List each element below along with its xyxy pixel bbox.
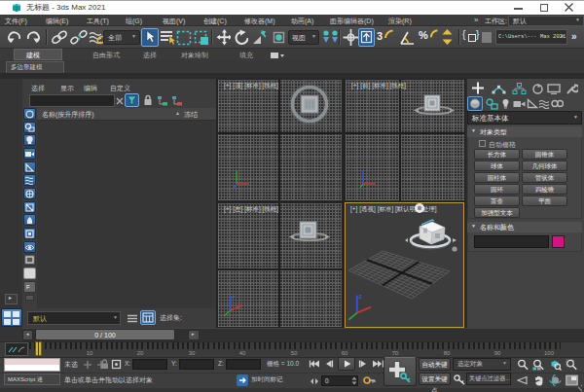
svg-text:z: z (359, 293, 362, 300)
svg-text:z: z (233, 294, 236, 300)
